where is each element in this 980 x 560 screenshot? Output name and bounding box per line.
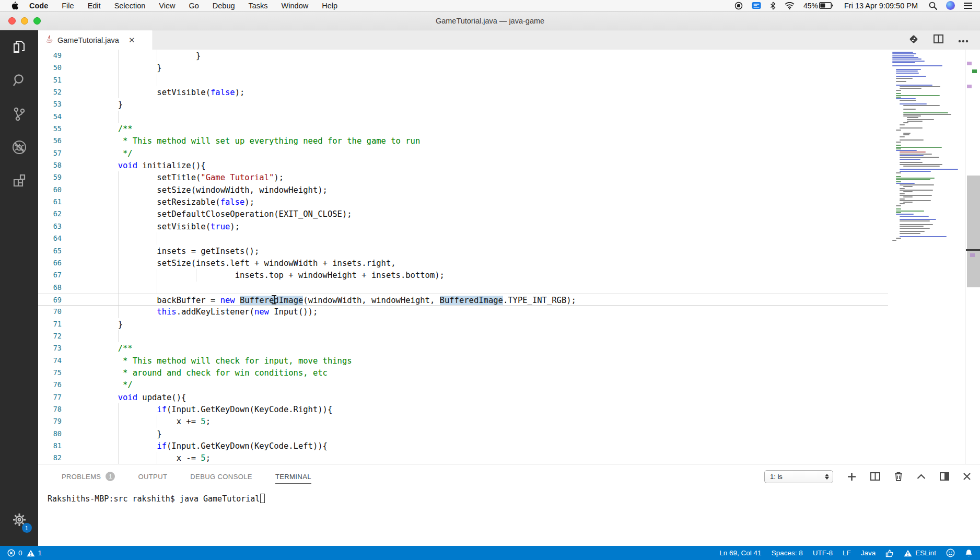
line-number[interactable]: 62 [38,208,62,220]
line-number[interactable]: 67 [38,269,62,281]
code-line-64[interactable]: 64 [38,232,888,244]
code-area[interactable]: 49 }50 }5152 setVisible(false);53 }5455 … [38,50,888,464]
line-number[interactable]: 59 [38,171,62,183]
code-line-80[interactable]: 80 } [38,428,888,440]
close-window-button[interactable] [8,17,16,25]
battery-indicator[interactable]: 45% [803,2,833,10]
line-number[interactable]: 74 [38,355,62,367]
line-number[interactable]: 82 [38,452,62,464]
new-terminal-icon[interactable] [847,472,856,481]
line-number[interactable]: 60 [38,184,62,196]
notifications-bell-icon[interactable] [965,549,973,557]
menu-go[interactable]: Go [182,2,205,10]
menu-help[interactable]: Help [315,2,344,10]
code-line-49[interactable]: 49 } [38,50,888,62]
code-line-79[interactable]: 79 x += 5; [38,415,888,427]
kill-terminal-icon[interactable] [894,472,903,481]
code-line-70[interactable]: 70 this.addKeyListener(new Input()); [38,306,888,318]
line-number[interactable]: 51 [38,74,62,86]
file-encoding[interactable]: UTF-8 [813,549,833,557]
menu-code[interactable]: Code [22,2,55,10]
explorer-icon[interactable] [0,30,38,64]
code-line-68[interactable]: 68 [38,282,888,294]
menubar-clock[interactable]: Fri 13 Apr 9:09:50 PM [842,2,920,10]
code-line-61[interactable]: 61 setResizable(false); [38,196,888,208]
line-number[interactable]: 65 [38,245,62,257]
settings-gear-icon[interactable]: 1 [12,512,27,529]
panel-tab-output[interactable]: OUTPUT [138,470,167,484]
error-count[interactable]: 0 [7,549,22,557]
menu-selection[interactable]: Selection [108,2,153,10]
minimize-window-button[interactable] [21,17,28,25]
line-number[interactable]: 58 [38,159,62,171]
code-line-72[interactable]: 72 [38,330,888,342]
apple-logo-icon[interactable] [10,1,18,10]
tab-gametutorial-java[interactable]: GameTutorial.java ✕ [38,30,153,50]
open-changes-icon[interactable] [908,34,919,46]
cursor-position[interactable]: Ln 69, Col 41 [719,549,761,557]
code-line-67[interactable]: 67 insets.top + windowHeight + insets.bo… [38,269,888,281]
code-editor[interactable]: 49 }50 }5152 setVisible(false);53 }5455 … [38,50,980,464]
line-number[interactable]: 73 [38,342,62,354]
warning-count[interactable]: 1 [27,549,42,557]
line-number[interactable]: 55 [38,123,62,135]
line-number[interactable]: 69 [38,294,62,306]
menu-file[interactable]: File [55,2,80,10]
notification-center-icon[interactable] [964,2,973,9]
eslint-status[interactable]: ESLint [904,549,936,557]
panel-tab-debug-console[interactable]: DEBUG CONSOLE [190,470,252,484]
line-number[interactable]: 64 [38,232,62,244]
line-number[interactable]: 78 [38,403,62,415]
screen-record-icon[interactable] [734,2,743,10]
line-number[interactable]: 49 [38,50,62,62]
split-editor-icon[interactable] [934,34,943,45]
line-number[interactable]: 76 [38,379,62,391]
bluetooth-icon[interactable] [770,2,776,10]
code-line-65[interactable]: 65 insets = getInsets(); [38,245,888,257]
code-line-74[interactable]: 74 * This method will check for input, m… [38,355,888,367]
extensions-icon[interactable] [0,164,38,197]
spotlight-search-icon[interactable] [929,2,937,10]
line-number[interactable]: 68 [38,282,62,294]
line-number[interactable]: 56 [38,135,62,147]
line-number[interactable]: 63 [38,220,62,232]
split-terminal-icon[interactable] [870,472,880,481]
line-number[interactable]: 75 [38,367,62,379]
panel-tab-terminal[interactable]: TERMINAL [275,470,311,484]
line-number[interactable]: 53 [38,98,62,110]
code-line-54[interactable]: 54 [38,111,888,123]
panel-tab-problems[interactable]: PROBLEMS1 [62,469,115,484]
code-line-78[interactable]: 78 if(Input.GetKeyDown(KeyCode.Right)){ [38,403,888,415]
line-number[interactable]: 72 [38,330,62,342]
indentation-setting[interactable]: Spaces: 8 [772,549,803,557]
line-number[interactable]: 79 [38,415,62,427]
code-line-82[interactable]: 82 x -= 5; [38,452,888,464]
line-number[interactable]: 54 [38,111,62,123]
code-line-60[interactable]: 60 setSize(windowWidth, windowHeight); [38,184,888,196]
source-control-icon[interactable] [0,97,38,131]
code-line-59[interactable]: 59 setTitle("Game Tutorial"); [38,171,888,183]
minimap[interactable] [888,50,965,464]
siri-icon[interactable] [946,1,955,10]
code-line-76[interactable]: 76 */ [38,379,888,391]
code-line-50[interactable]: 50 } [38,62,888,74]
terminal-select[interactable]: 1: ls [764,470,833,483]
menu-tasks[interactable]: Tasks [242,2,275,10]
line-number[interactable]: 80 [38,428,62,440]
overview-ruler[interactable] [965,50,980,464]
line-number[interactable]: 61 [38,196,62,208]
wifi-icon[interactable] [785,2,795,9]
search-icon[interactable] [0,64,38,97]
code-line-56[interactable]: 56 * This method will set up everything … [38,135,888,147]
eol-setting[interactable]: LF [843,549,851,557]
tab-close-icon[interactable]: ✕ [129,36,135,44]
menu-edit[interactable]: Edit [81,2,108,10]
code-line-81[interactable]: 81 if(Input.GetKeyDown(KeyCode.Left)){ [38,440,888,452]
menu-debug[interactable]: Debug [206,2,242,10]
menu-window[interactable]: Window [275,2,316,10]
line-number[interactable]: 77 [38,391,62,403]
code-line-62[interactable]: 62 setDefaultCloseOperation(EXIT_ON_CLOS… [38,208,888,220]
code-line-73[interactable]: 73 /** [38,342,888,354]
code-line-53[interactable]: 53 } [38,98,888,110]
code-line-51[interactable]: 51 [38,74,888,86]
